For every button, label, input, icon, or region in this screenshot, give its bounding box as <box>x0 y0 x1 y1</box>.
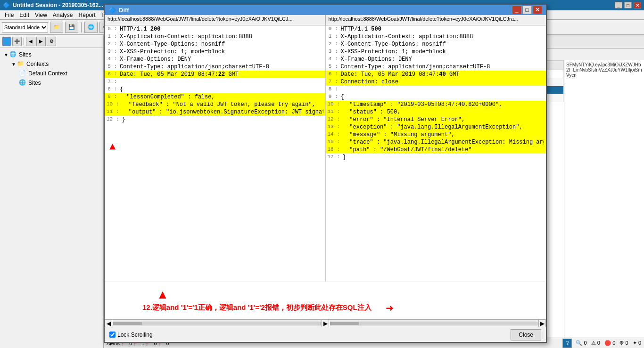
diff-panel-left[interactable]: 0 :HTTP/1.1 200 1 :X-Application-Context… <box>105 25 326 282</box>
diff-line: 6 :Date: Tue, 05 Mar 2019 08:47:40 GMT <box>326 71 546 78</box>
add-site-btn[interactable]: ➕ <box>12 37 22 46</box>
contexts-icon: 📁 <box>17 60 25 68</box>
diff-footer: Lock Scrolling Close <box>105 327 546 342</box>
mode-select[interactable]: Standard Mode <box>2 22 48 32</box>
scrollbar-track-left[interactable] <box>113 322 321 325</box>
diff-line: 9 : "lessonCompleted" : false, <box>105 93 325 101</box>
up-arrow-annotation: ▲ <box>157 288 169 300</box>
diff-line: 5 :Content-Type: application/json;charse… <box>326 63 546 71</box>
sidebar-item-sites-child[interactable]: 🌐 Sites <box>2 78 101 88</box>
sidebar-item-default-context[interactable]: 📄 Default Context <box>2 69 101 78</box>
diff-line: 4 :X-Frame-Options: DENY <box>105 56 325 63</box>
app-icon: 🔷 <box>3 2 10 8</box>
scroll-mid-btn[interactable]: ▶ <box>322 320 329 327</box>
diff-line: 2 :X-Content-Type-Options: nosniff <box>105 40 325 48</box>
diff-line: 14 : "message" : "Missing argument", <box>326 131 546 138</box>
diff-line: 7 : <box>105 78 325 86</box>
diff-line: 0 :HTTP/1.1 200 <box>105 25 325 33</box>
diff-content: 0 :HTTP/1.1 200 1 :X-Application-Context… <box>105 25 546 282</box>
diff-title-text: Diff <box>119 7 129 14</box>
maximize-btn[interactable]: □ <box>624 2 632 8</box>
diff-url-bar: http://localhost:8888/WebGoat/JWT/final/… <box>105 15 546 25</box>
diff-line: 1 :X-Application-Context: application:88… <box>326 33 546 40</box>
diff-scrollbar[interactable]: ◀ ▶ ▶ <box>105 319 546 327</box>
diff-maximize-btn[interactable]: □ <box>522 6 532 14</box>
bottom-right-icons: 🔍 0 ⚠ 0 🛑 0 ❊ 0 ✦ 0 <box>576 340 641 346</box>
up-arrow: ▲ <box>109 142 116 153</box>
lock-scrolling-checkbox[interactable] <box>109 332 116 338</box>
default-context-icon: 📄 <box>19 70 26 77</box>
diff-line: 10 : "timestamp" : "2019-03-05T08:47:40.… <box>326 101 546 108</box>
new-context-btn[interactable]: 🌐 <box>84 22 98 33</box>
lock-scrolling-text: Lock Scrolling <box>117 332 153 338</box>
app-title: Untitled Session - 20190305-162... <box>13 2 103 8</box>
default-context-label: Default Context <box>28 70 67 77</box>
diff-dialog: 🔷 Diff _ □ ✕ http://localhost:8888/WebGo… <box>104 4 547 343</box>
diff-line: 12 :} <box>105 116 325 123</box>
menu-analyse[interactable]: Analyse <box>50 10 76 19</box>
sidebar: 🌐 ➕ ◀ ▶ ⚙ ▼ 🌐 Sites ▼ 📁 Contexts <box>0 35 104 348</box>
sites-tree-icon: 🌐 <box>9 51 17 58</box>
diff-line: 7 :Connection: close <box>326 78 546 86</box>
diff-line: 15 : "trace" : "java.lang.IllegalArgumen… <box>326 138 546 146</box>
sidebar-item-contexts[interactable]: ▼ 📁 Contexts <box>2 59 101 69</box>
diff-line: 3 :X-XSS-Protection: 1; mode=block <box>105 48 325 56</box>
sidebar-sites[interactable]: ▼ 🌐 Sites <box>2 50 101 59</box>
diff-icon: 🔷 <box>108 7 116 14</box>
diff-dialog-title: 🔷 Diff _ □ ✕ <box>105 5 546 15</box>
minimize-btn[interactable]: _ <box>615 2 622 8</box>
diff-line: 1 :X-Application-Context: application:88… <box>105 33 325 40</box>
diff-minimize-btn[interactable]: _ <box>512 6 521 14</box>
close-btn[interactable]: ✕ <box>634 2 641 8</box>
help-btn[interactable]: ? <box>562 339 572 348</box>
annotation-area: ▲ 12.逻辑and '1'='1正确，逻辑and '1'='2报错，初步判断此… <box>105 282 546 319</box>
diff-line: 4 :X-Frame-Options: DENY <box>326 56 546 63</box>
diff-url-right: http://localhost:8888/WebGoat/JWT/final/… <box>326 15 546 25</box>
diff-line: 3 :X-XSS-Protection: 1; mode=block <box>326 48 546 56</box>
diff-line: 5 :Content-Type: application/json;charse… <box>105 63 325 71</box>
diff-line: 2 :X-Content-Type-Options: nosniff <box>326 40 546 48</box>
scrollbar-thumb-right <box>330 322 359 325</box>
diff-url-left: http://localhost:8888/WebGoat/JWT/final/… <box>105 15 326 25</box>
menu-file[interactable]: File <box>2 10 17 19</box>
sidebar-toolbar: 🌐 ➕ ◀ ▶ ⚙ <box>0 35 103 48</box>
sites-icon[interactable]: 🌐 <box>2 37 11 46</box>
contexts-label: Contexts <box>26 61 49 67</box>
right-panel-text: SFMyNTYifQ.eyJpc3MiOiJXZWJHb2F LmNvbSIsI… <box>566 62 642 78</box>
back-btn[interactable]: ◀ <box>26 37 35 46</box>
scroll-left-btn[interactable]: ◀ <box>105 320 112 327</box>
forward-btn[interactable]: ▶ <box>36 37 46 46</box>
diff-line: 8 :{ <box>105 86 325 93</box>
diff-close-icon-btn[interactable]: ✕ <box>533 6 542 14</box>
sites-child-icon: 🌐 <box>19 79 26 87</box>
sites-child-label: Sites <box>28 80 41 86</box>
diff-line: 6 :Date: Tue, 05 Mar 2019 08:47:22 GMT <box>105 71 325 78</box>
diff-line: 11 : "status" : 500, <box>326 108 546 116</box>
diff-line: 16 : "path" : "/WebGoat/JWT/final/delete… <box>326 146 546 154</box>
right-panel: SFMyNTYifQ.eyJpc3MiOiJXZWJHb2F LmNvbSIsI… <box>564 60 644 338</box>
right-arrow-annotation: ➜ <box>386 302 394 314</box>
diff-line: 13 : "exception" : "java.lang.IllegalArg… <box>326 123 546 131</box>
open-btn[interactable]: 📁 <box>50 22 63 33</box>
sites-label: Sites <box>19 51 32 58</box>
menu-report[interactable]: Report <box>76 10 99 19</box>
scroll-right-btn[interactable]: ▶ <box>538 320 546 327</box>
dialog-close-button[interactable]: Close <box>511 329 541 340</box>
diff-line: 0 :HTTP/1.1 500 <box>326 25 546 33</box>
save-btn[interactable]: 💾 <box>65 22 78 33</box>
diff-line: 9 :{ <box>326 93 546 101</box>
annotation-text: 12.逻辑and '1'='1正确，逻辑and '1'='2报错，初步判断此处存… <box>142 303 372 312</box>
diff-line: 11 : "output" : "io.jsonwebtoken.Signatu… <box>105 108 325 116</box>
lock-scrolling-label[interactable]: Lock Scrolling <box>109 332 153 338</box>
diff-line: 8 : <box>326 86 546 93</box>
scrollbar-track-right[interactable] <box>330 322 537 325</box>
diff-line: 12 : "error" : "Internal Server Error", <box>326 116 546 123</box>
diff-line: 17 :} <box>326 154 546 161</box>
toolbar-separator <box>81 22 82 32</box>
menu-edit[interactable]: Edit <box>17 10 32 19</box>
diff-panel-right[interactable]: 0 :HTTP/1.1 500 1 :X-Application-Context… <box>326 25 546 282</box>
diff-line: 10 : "feedback" : "Not a valid JWT token… <box>105 101 325 108</box>
menu-view[interactable]: View <box>32 10 50 19</box>
settings-btn[interactable]: ⚙ <box>47 37 56 46</box>
scrollbar-thumb-left <box>114 322 142 325</box>
